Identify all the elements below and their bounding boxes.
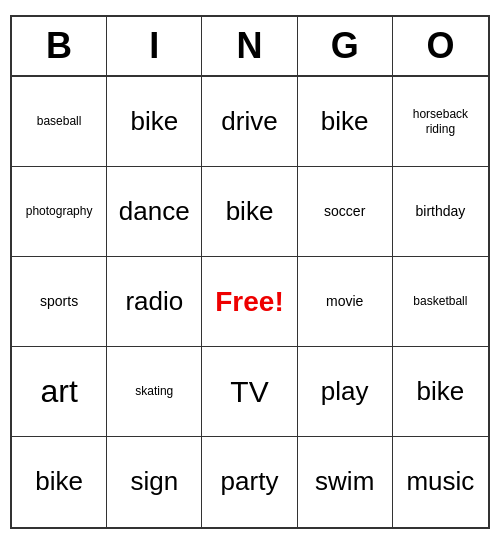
cell-text-r1-c4: birthday <box>415 203 465 220</box>
cell-text-r4-c4: music <box>406 466 474 497</box>
cell-r2-c4: basketball <box>393 257 488 347</box>
cell-r1-c4: birthday <box>393 167 488 257</box>
cell-text-r2-c3: movie <box>326 293 363 310</box>
cell-r4-c4: music <box>393 437 488 527</box>
cell-r4-c0: bike <box>12 437 107 527</box>
cell-r0-c1: bike <box>107 77 202 167</box>
cell-r2-c3: movie <box>298 257 393 347</box>
cell-r3-c3: play <box>298 347 393 437</box>
cell-text-r4-c2: party <box>221 466 279 497</box>
cell-r4-c1: sign <box>107 437 202 527</box>
header-letter-o: O <box>393 17 488 75</box>
cell-text-r4-c1: sign <box>130 466 178 497</box>
cell-r4-c2: party <box>202 437 297 527</box>
cell-r1-c3: soccer <box>298 167 393 257</box>
bingo-grid: baseballbikedrivebikehorseback ridingpho… <box>12 77 488 527</box>
cell-text-r2-c2: Free! <box>215 285 283 319</box>
cell-r3-c4: bike <box>393 347 488 437</box>
cell-text-r0-c4: horseback riding <box>399 107 482 136</box>
cell-r3-c0: art <box>12 347 107 437</box>
cell-text-r3-c1: skating <box>135 384 173 398</box>
cell-text-r3-c2: TV <box>230 374 268 410</box>
cell-text-r1-c1: dance <box>119 196 190 227</box>
cell-r1-c2: bike <box>202 167 297 257</box>
cell-text-r0-c1: bike <box>130 106 178 137</box>
cell-text-r3-c0: art <box>40 372 77 410</box>
cell-r2-c2: Free! <box>202 257 297 347</box>
cell-r0-c4: horseback riding <box>393 77 488 167</box>
cell-r0-c0: baseball <box>12 77 107 167</box>
cell-r3-c2: TV <box>202 347 297 437</box>
cell-r1-c0: photography <box>12 167 107 257</box>
cell-text-r2-c1: radio <box>125 286 183 317</box>
bingo-header: BINGO <box>12 17 488 77</box>
header-letter-g: G <box>298 17 393 75</box>
cell-text-r2-c0: sports <box>40 293 78 310</box>
bingo-card: BINGO baseballbikedrivebikehorseback rid… <box>10 15 490 529</box>
cell-text-r4-c3: swim <box>315 466 374 497</box>
cell-r4-c3: swim <box>298 437 393 527</box>
cell-text-r1-c0: photography <box>26 204 93 218</box>
cell-text-r0-c2: drive <box>221 106 277 137</box>
header-letter-i: I <box>107 17 202 75</box>
header-letter-n: N <box>202 17 297 75</box>
cell-r3-c1: skating <box>107 347 202 437</box>
cell-r1-c1: dance <box>107 167 202 257</box>
cell-text-r1-c2: bike <box>226 196 274 227</box>
cell-r2-c1: radio <box>107 257 202 347</box>
header-letter-b: B <box>12 17 107 75</box>
cell-r2-c0: sports <box>12 257 107 347</box>
cell-text-r3-c4: bike <box>417 376 465 407</box>
cell-text-r0-c3: bike <box>321 106 369 137</box>
cell-text-r3-c3: play <box>321 376 369 407</box>
cell-text-r4-c0: bike <box>35 466 83 497</box>
cell-text-r0-c0: baseball <box>37 114 82 128</box>
cell-text-r1-c3: soccer <box>324 203 365 220</box>
cell-text-r2-c4: basketball <box>413 294 467 308</box>
cell-r0-c2: drive <box>202 77 297 167</box>
cell-r0-c3: bike <box>298 77 393 167</box>
